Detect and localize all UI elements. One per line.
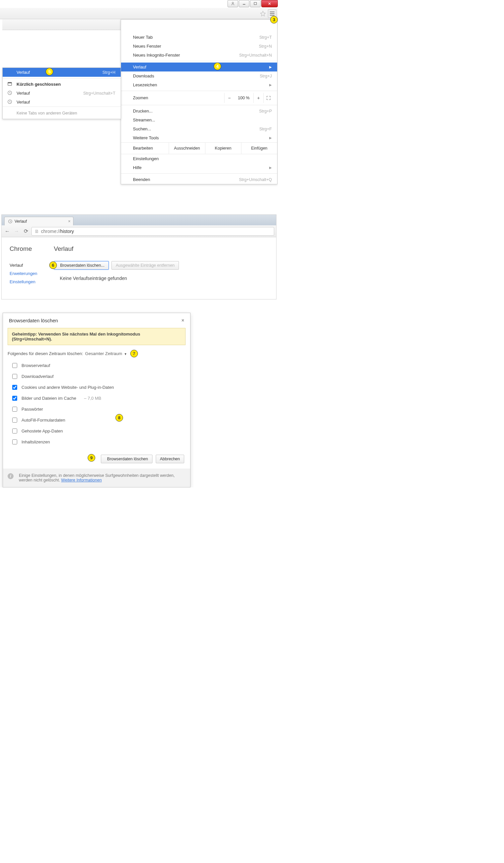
remove-selected-button[interactable]: Ausgewählte Einträge entfernen (112, 261, 179, 270)
time-range-row: Folgendes für diesen Zeitraum löschen: G… (8, 350, 185, 358)
history-icon (7, 99, 13, 104)
history-page-window: Verlauf × ← → ⟳ 🗎 chrome://history Chrom… (1, 214, 276, 299)
cbx-browsing-history[interactable]: Browserverlauf (11, 362, 185, 369)
submenu-item-1[interactable]: VerlaufStrg+Umschalt+T (3, 89, 121, 98)
close-tab-icon[interactable]: × (68, 219, 71, 224)
menu-help[interactable]: Hilfe▶ (121, 163, 277, 172)
page-icon: 🗎 (35, 229, 39, 234)
submenu-no-other-devices: Keine Tabs von anderen Geräten (3, 107, 121, 119)
submenu-history-head[interactable]: VerlaufStrg+H 5 (3, 68, 121, 77)
dialog-cancel-button[interactable]: Abbrechen (156, 455, 184, 463)
maximize-button[interactable] (250, 0, 261, 7)
incognito-tip: Geheimtipp: Verwenden Sie nächstes Mal d… (8, 328, 185, 345)
url-rest: history (60, 229, 74, 234)
user-button[interactable] (228, 0, 238, 7)
checkbox[interactable] (12, 428, 17, 434)
menu-new-incognito[interactable]: Neues Inkognito-FensterStrg+Umschalt+N (121, 51, 277, 60)
edit-label: Bearbeiten (121, 142, 169, 154)
menu-new-window[interactable]: Neues FensterStrg+N (121, 42, 277, 51)
menu-find[interactable]: Suchen...Strg+F (121, 124, 277, 133)
svg-rect-2 (254, 2, 257, 5)
checkbox[interactable] (12, 439, 17, 445)
menu-history[interactable]: Verlauf▶ 4 (121, 63, 277, 72)
menu-exit[interactable]: BeendenStrg+Umschalt+Q (121, 175, 277, 184)
callout-6: 6 (49, 261, 57, 269)
checkbox[interactable] (12, 374, 17, 379)
callout-8: 8 (115, 414, 123, 422)
menu-new-tab[interactable]: Neuer TabStrg+T (121, 33, 277, 42)
fullscreen-icon[interactable] (263, 93, 273, 103)
nav-toolbar: ← → ⟳ 🗎 chrome://history (2, 225, 276, 237)
checkbox[interactable] (12, 417, 17, 423)
history-main: Verlauf 6 Browserdaten löschen... Ausgew… (54, 245, 179, 286)
time-range-select[interactable]: Gesamter Zeitraum ▼ (85, 351, 127, 356)
reload-button[interactable]: ⟳ (22, 228, 29, 235)
menu-more-tools[interactable]: Weitere Tools▶ (121, 133, 277, 142)
zoom-label: Zoomen (133, 96, 148, 100)
menu-settings[interactable]: Einstellungen (121, 154, 277, 163)
dialog-close-icon[interactable]: × (182, 318, 184, 323)
url-prefix: chrome:// (41, 229, 60, 234)
back-button[interactable]: ← (4, 228, 11, 235)
zoom-in-button[interactable]: + (253, 93, 263, 103)
cbx-cookies[interactable]: Cookies und andere Website- und Plug-in-… (11, 384, 185, 391)
chrome-main-menu: Neuer TabStrg+T Neues FensterStrg+N Neue… (121, 19, 277, 184)
close-window-button[interactable] (261, 0, 278, 7)
minimize-button[interactable] (239, 0, 249, 7)
history-submenu: VerlaufStrg+H 5 Kürzlich geschlossen Ver… (2, 67, 121, 119)
time-range-label: Folgendes für diesen Zeitraum löschen: (8, 351, 83, 356)
tab-history[interactable]: Verlauf × (4, 217, 74, 225)
callout-9: 9 (88, 454, 95, 462)
tabstrip: Verlauf × (2, 215, 276, 225)
cbx-passwords[interactable]: Passwörter (11, 406, 185, 413)
svg-rect-4 (8, 83, 12, 83)
tabstrip-background (2, 19, 121, 30)
dialog-footer: i Einige Einstellungen, in denen möglich… (3, 468, 190, 487)
checkbox[interactable] (12, 407, 17, 412)
side-title: Chrome (10, 245, 37, 252)
callout-7: 7 (130, 350, 138, 358)
cbx-download-history[interactable]: Downloadverlauf (11, 373, 185, 380)
cbx-licenses[interactable]: Inhaltslizenzen (11, 438, 185, 446)
svg-point-0 (232, 2, 234, 4)
history-empty-message: Keine Verlaufseinträge gefunden (54, 274, 179, 281)
edit-copy[interactable]: Kopieren (205, 142, 241, 154)
side-link-history[interactable]: Verlauf (10, 261, 37, 270)
cbx-autofill[interactable]: AutoFill-Formulardaten (11, 417, 185, 424)
chrome-toolbar (0, 8, 278, 19)
omnibox[interactable]: 🗎 chrome://history (31, 227, 274, 236)
callout-5: 5 (46, 68, 53, 75)
window-titlebar (0, 0, 278, 8)
checkbox[interactable] (12, 385, 17, 390)
cache-size: – 7,0 MB (84, 396, 101, 401)
checkbox[interactable] (12, 363, 17, 368)
forward-button[interactable]: → (13, 228, 20, 235)
edit-cut[interactable]: Ausschneiden (169, 142, 205, 154)
tab-label: Verlauf (15, 219, 27, 224)
edit-paste[interactable]: Einfügen (241, 142, 277, 154)
dialog-confirm-button[interactable]: Browserdaten löschen (101, 455, 153, 463)
tab-icon (7, 82, 13, 87)
side-link-extensions[interactable]: Erweiterungen (10, 270, 37, 278)
bookmark-star-icon[interactable] (259, 9, 267, 18)
side-link-settings[interactable]: Einstellungen (10, 278, 37, 286)
history-sidebar: Chrome Verlauf Erweiterungen Einstellung… (10, 245, 37, 286)
menu-downloads[interactable]: DownloadsStrg+J (121, 72, 277, 80)
submenu-recently-closed: Kürzlich geschlossen (3, 80, 121, 89)
more-info-link[interactable]: Weitere Informationen (61, 478, 102, 483)
zoom-value: 100 % (234, 96, 253, 100)
cbx-hosted-apps[interactable]: Gehostete App-Daten (11, 427, 185, 435)
clear-browsing-data-button[interactable]: Browserdaten löschen... (54, 261, 109, 270)
zoom-out-button[interactable]: − (224, 93, 234, 103)
cbx-cache[interactable]: Bilder und Dateien im Cache – 7,0 MB (11, 395, 185, 402)
history-icon (7, 90, 13, 96)
menu-zoom-row: Zoomen − 100 % + (121, 92, 277, 103)
callout-3: 3 (270, 16, 278, 24)
menu-cast[interactable]: Streamen... (121, 115, 277, 124)
checkbox[interactable] (12, 396, 17, 401)
svg-rect-1 (243, 4, 245, 5)
menu-bookmarks[interactable]: Lesezeichen▶ (121, 80, 277, 89)
dialog-title: Browserdaten löschen (9, 318, 58, 323)
submenu-item-2[interactable]: Verlauf (3, 98, 121, 107)
menu-print[interactable]: Drucken...Strg+P (121, 107, 277, 115)
